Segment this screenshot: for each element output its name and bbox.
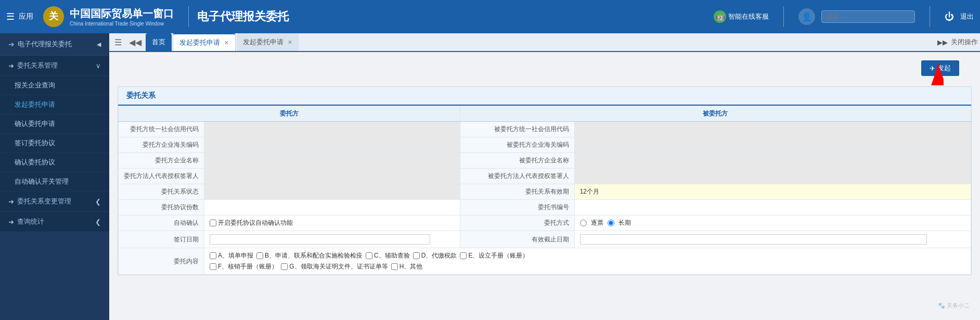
content-item-c: C、辅助查验 <box>366 251 410 260</box>
delegate-mode-radio-group: 逐票 长期 <box>580 219 965 227</box>
content-item-f: F、核销手册（账册） <box>210 262 278 271</box>
value-principal-customs <box>204 137 460 153</box>
sidebar-item-sign-agreement[interactable]: 签订委托协议 <box>0 134 109 153</box>
delegate-mode-piao-label: 逐票 <box>591 219 603 227</box>
arrow-svg <box>912 59 944 91</box>
service-button[interactable]: 🤖 智能在线客服 <box>714 10 769 23</box>
content-row-1: A、填单申报 B、申请、联系和配合实施检验检疫 C、辅助查验 <box>210 251 965 260</box>
sidebar-section-stats: ➜ 查询统计 ❮ <box>0 212 109 232</box>
checkbox-h[interactable] <box>391 263 398 270</box>
label-expire-date: 有效截止日期 <box>460 231 574 248</box>
tab-home[interactable]: 首页 <box>146 33 172 51</box>
label-relation-status: 委托关系状态 <box>119 184 204 200</box>
value-agent-credit <box>574 122 971 137</box>
tab-2-label: 发起委托申请 <box>243 37 283 47</box>
table-row: 委托关系状态 委托关系有效期 12个月 <box>119 184 971 200</box>
close-ops-label[interactable]: 关闭操作 <box>951 37 978 47</box>
label-b: B、申请、联系和配合实施检验检疫 <box>265 251 363 260</box>
section-expand-icon-3: ❮ <box>95 218 101 226</box>
header: ☰ 应用 关 中国国际贸易单一窗口 China International Tr… <box>0 0 980 33</box>
sidebar-item-confirm-agreement[interactable]: 确认委托协议 <box>0 153 109 172</box>
table-row: 委托方企业名称 被委托方企业名称 <box>119 153 971 169</box>
value-relation-validity: 12个月 <box>574 184 971 200</box>
checkbox-d[interactable] <box>413 252 420 259</box>
form-table: 委托方 被委托方 委托方统一社会信用代码 被委托方统一社会信用代码 委托方企业海… <box>118 106 971 275</box>
checkbox-e[interactable] <box>460 252 467 259</box>
label-agent-customs: 被委托方企业海关编码 <box>460 137 574 153</box>
checkbox-f[interactable] <box>210 263 216 270</box>
user-icon[interactable]: 👤 <box>798 8 815 25</box>
expire-date-input[interactable] <box>580 234 927 245</box>
header-divider <box>188 6 189 27</box>
sidebar-item-initiate-delegation[interactable]: 发起委托申请 <box>0 95 109 114</box>
label-principal-signatory: 委托方法人代表授权签署人 <box>119 169 204 184</box>
header-divider-3 <box>930 6 930 27</box>
value-auto-confirm: 开启委托协议自动确认功能 <box>204 215 460 231</box>
svg-text:关: 关 <box>48 11 59 21</box>
tab-initiate-delegation[interactable]: 发起委托申请 ✕ <box>173 33 236 51</box>
tab-1-label: 发起委托申请 <box>179 38 220 47</box>
sidebar-section-stats-label: 查询统计 <box>17 217 44 226</box>
sidebar-item-auto-confirm[interactable]: 自动确认开关管理 <box>0 172 109 191</box>
content-item-g: G、领取海关证明文件、证书证单等 <box>281 262 388 271</box>
delegate-mode-piao[interactable] <box>580 220 587 226</box>
table-row: 委托方法人代表授权签署人 被委托方法人代表授权签署人 <box>119 169 971 184</box>
sidebar-section-trust: ➜ 委托关系管理 ∨ 报关企业查询 发起委托申请 确认委托申请 签订委托协议 确… <box>0 56 109 191</box>
sidebar-item-broker-query[interactable]: 报关企业查询 <box>0 76 109 95</box>
content-row-2: F、核销手册（账册） G、领取海关证明文件、证书证单等 H、其他 <box>210 262 965 271</box>
tab-1-close-icon[interactable]: ✕ <box>224 40 229 46</box>
table-row: 委托协议份数 委托书编号 <box>119 200 971 215</box>
sidebar-main-label: 电子代理报关委托 <box>18 40 72 49</box>
sign-date-input[interactable] <box>210 234 430 245</box>
logo-en: China International Trade Single Window <box>70 21 174 27</box>
value-agent-customs <box>574 137 971 153</box>
section-expand-icon-2: ❮ <box>95 198 101 206</box>
arrow-icon-3: ➜ <box>8 218 14 226</box>
value-delegate-mode: 逐票 长期 <box>574 215 971 231</box>
checkbox-a[interactable] <box>210 252 216 259</box>
tab-menu-icon[interactable]: ☰ <box>111 37 125 47</box>
power-icon[interactable]: ⏻ <box>945 11 954 22</box>
sidebar-section-stats-header[interactable]: ➜ 查询统计 ❮ <box>0 212 109 232</box>
sidebar-item-confirm-delegation[interactable]: 确认委托申请 <box>0 114 109 134</box>
content-item-b: B、申请、联系和配合实施检验检疫 <box>256 251 363 260</box>
label-f: F、核销手册（账册） <box>218 262 278 271</box>
main-content: ☰ ◀◀ 首页 发起委托申请 ✕ 发起委托申请 ✕ ▶▶ 关闭操作 ✈ <box>109 33 980 320</box>
sidebar-section-trust-header[interactable]: ➜ 委托关系管理 ∨ <box>0 56 109 76</box>
label-agent-name: 被委托方企业名称 <box>460 153 574 169</box>
tab-bar: ☰ ◀◀ 首页 发起委托申请 ✕ 发起委托申请 ✕ ▶▶ 关闭操作 <box>109 33 980 52</box>
label-principal-customs: 委托方企业海关编码 <box>119 137 204 153</box>
col-agent-header: 被委托方 <box>460 106 971 122</box>
label-e: E、设立手册（账册） <box>468 251 528 260</box>
sidebar-section-change-header[interactable]: ➜ 委托关系变更管理 ❮ <box>0 191 109 212</box>
checkbox-c[interactable] <box>366 252 372 259</box>
table-row: 委托方企业海关编码 被委托方企业海关编码 <box>119 137 971 153</box>
label-content: 委托内容 <box>119 248 204 275</box>
watermark: 🐾 关务小二 <box>938 302 970 310</box>
label-g: G、领取海关证明文件、证书证单等 <box>289 262 388 271</box>
value-expire-date <box>574 231 971 248</box>
delegate-mode-long[interactable] <box>608 220 614 226</box>
label-sign-date: 签订日期 <box>119 231 204 248</box>
app-button[interactable]: 应用 <box>19 12 33 21</box>
logo-icon: 关 <box>42 5 66 29</box>
logout-button[interactable]: 退出 <box>960 12 974 21</box>
tab-2-close-icon[interactable]: ✕ <box>288 39 292 46</box>
tab-back-icon[interactable]: ◀◀ <box>126 37 145 47</box>
checkbox-b[interactable] <box>256 252 263 259</box>
tab-forward-icon[interactable]: ▶▶ <box>937 39 948 46</box>
page-body: ✈ 发起 委托关系 <box>109 52 980 320</box>
sidebar-main-item[interactable]: ➜ 电子代理报关委托 ◀ <box>0 33 109 56</box>
label-a: A、填单申报 <box>218 251 253 260</box>
auto-confirm-checkbox[interactable] <box>210 220 216 226</box>
sidebar-section-change: ➜ 委托关系变更管理 ❮ <box>0 191 109 212</box>
tab-initiate-delegation-2[interactable]: 发起委托申请 ✕ <box>237 33 299 51</box>
menu-icon[interactable]: ☰ <box>6 11 15 22</box>
table-row: 自动确认 开启委托协议自动确认功能 委托方式 逐票 <box>119 215 971 231</box>
tab-bar-right: ▶▶ 关闭操作 <box>937 37 978 47</box>
table-row: 委托方统一社会信用代码 被委托方统一社会信用代码 <box>119 122 971 137</box>
label-relation-validity: 委托关系有效期 <box>460 184 574 200</box>
label-letter-number: 委托书编号 <box>460 200 574 215</box>
checkbox-g[interactable] <box>281 263 288 270</box>
header-search-input[interactable] <box>821 10 915 23</box>
